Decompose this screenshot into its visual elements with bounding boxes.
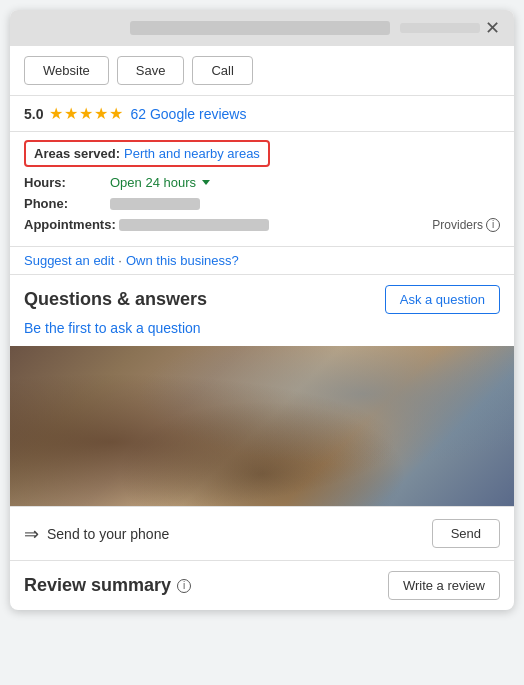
providers-text: Providers xyxy=(432,218,483,232)
image-overlay xyxy=(10,346,514,506)
separator: · xyxy=(118,253,122,268)
send-phone-icon: ⇒ xyxy=(24,523,39,545)
write-review-button[interactable]: Write a review xyxy=(388,571,500,600)
reviews-link[interactable]: 62 Google reviews xyxy=(130,106,246,122)
reviews-row: 5.0 ★★★★★ 62 Google reviews xyxy=(10,96,514,132)
business-sub-blurred xyxy=(400,23,480,33)
hours-row: Hours: Open 24 hours xyxy=(24,175,500,190)
suggest-edit-link[interactable]: Suggest an edit xyxy=(24,253,114,268)
send-section: ⇒ Send to your phone Send xyxy=(10,506,514,561)
appointments-label: Appointments: xyxy=(24,217,119,232)
send-button[interactable]: Send xyxy=(432,519,500,548)
action-buttons-row: Website Save Call xyxy=(10,46,514,96)
review-title-row: Review summary i xyxy=(24,575,191,596)
business-panel: ✕ Website Save Call 5.0 ★★★★★ 62 Google … xyxy=(10,10,514,610)
rating-number: 5.0 xyxy=(24,106,43,122)
hours-label: Hours: xyxy=(24,175,104,190)
business-image xyxy=(10,346,514,506)
be-first-link[interactable]: Be the first to ask a question xyxy=(24,320,500,336)
save-button[interactable]: Save xyxy=(117,56,185,85)
own-business-link[interactable]: Own this business? xyxy=(126,253,239,268)
send-label-row: ⇒ Send to your phone xyxy=(24,523,169,545)
providers-link[interactable]: Providers i xyxy=(432,218,500,232)
panel-header: ✕ xyxy=(10,10,514,46)
chevron-down-icon xyxy=(202,180,210,185)
info-section: Areas served: Perth and nearby areas Hou… xyxy=(10,132,514,247)
review-title: Review summary xyxy=(24,575,171,596)
review-section: Review summary i Write a review xyxy=(10,561,514,610)
appointments-value-blurred xyxy=(119,219,269,231)
qa-section: Questions & answers Ask a question Be th… xyxy=(10,275,514,336)
appointments-row: Appointments: Providers i xyxy=(24,217,500,232)
qa-header: Questions & answers Ask a question xyxy=(24,285,500,314)
providers-info-icon: i xyxy=(486,218,500,232)
website-button[interactable]: Website xyxy=(24,56,109,85)
ask-question-button[interactable]: Ask a question xyxy=(385,285,500,314)
send-label: Send to your phone xyxy=(47,526,169,542)
review-info-icon: i xyxy=(177,579,191,593)
qa-title: Questions & answers xyxy=(24,289,207,310)
areas-value: Perth and nearby areas xyxy=(124,146,260,161)
areas-served-row: Areas served: Perth and nearby areas xyxy=(24,140,270,167)
business-name-blurred xyxy=(130,21,390,35)
close-button[interactable]: ✕ xyxy=(480,16,504,40)
phone-value-blurred xyxy=(110,198,200,210)
hours-value[interactable]: Open 24 hours xyxy=(110,175,210,190)
edit-row: Suggest an edit · Own this business? xyxy=(10,247,514,275)
call-button[interactable]: Call xyxy=(192,56,252,85)
stars-display: ★★★★★ xyxy=(49,104,124,123)
phone-row: Phone: xyxy=(24,196,500,211)
areas-label: Areas served: xyxy=(34,146,120,161)
phone-label: Phone: xyxy=(24,196,104,211)
